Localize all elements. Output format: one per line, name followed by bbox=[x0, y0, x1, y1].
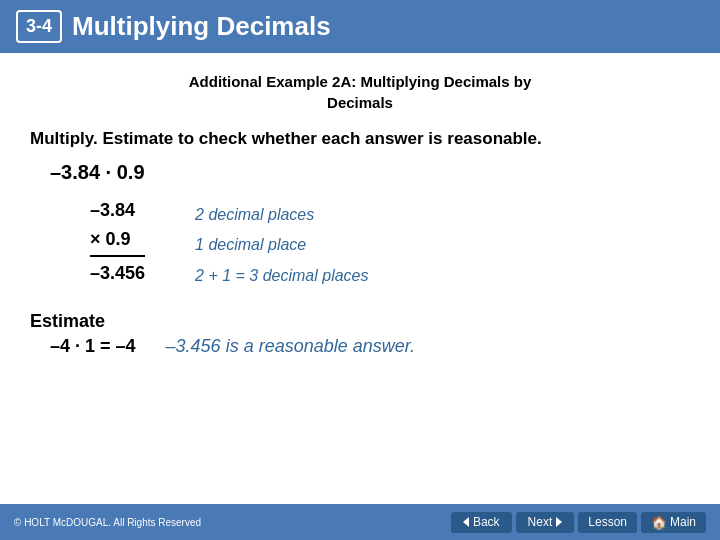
estimate-result: –3.456 is a reasonable answer. bbox=[166, 336, 416, 357]
calc-numbers: –3.84 × 0.9 –3.456 bbox=[90, 196, 145, 288]
calc-note2: 1 decimal place bbox=[195, 230, 368, 260]
calculation-area: –3.84 × 0.9 –3.456 2 decimal places 1 de… bbox=[90, 196, 690, 291]
estimate-row: –4 · 1 = –4 –3.456 is a reasonable answe… bbox=[50, 336, 690, 357]
subtitle-box: Additional Example 2A: Multiplying Decim… bbox=[30, 71, 690, 113]
subtitle-line1: Additional Example 2A: Multiplying Decim… bbox=[189, 73, 532, 90]
back-label: Back bbox=[473, 515, 500, 529]
footer-copyright: © HOLT McDOUGAL. All Rights Reserved bbox=[14, 517, 201, 528]
lesson-button[interactable]: Lesson bbox=[578, 512, 637, 533]
next-button[interactable]: Next bbox=[516, 512, 575, 533]
calc-num2: × 0.9 bbox=[90, 225, 145, 254]
footer-nav: Back Next Lesson 🏠 Main bbox=[451, 512, 706, 533]
estimate-section: Estimate –4 · 1 = –4 –3.456 is a reasona… bbox=[30, 311, 690, 357]
header-title: Multiplying Decimals bbox=[72, 11, 331, 42]
main-content: Additional Example 2A: Multiplying Decim… bbox=[0, 53, 720, 367]
problem-header: –3.84 · 0.9 bbox=[50, 161, 690, 184]
instruction-text: Multiply. Estimate to check whether each… bbox=[30, 127, 690, 151]
subtitle-line2: Decimals bbox=[327, 94, 393, 111]
calc-notes: 2 decimal places 1 decimal place 2 + 1 =… bbox=[195, 200, 368, 291]
calc-result: –3.456 bbox=[90, 255, 145, 288]
back-button[interactable]: Back bbox=[451, 512, 512, 533]
main-label: Main bbox=[670, 515, 696, 529]
calc-note3: 2 + 1 = 3 decimal places bbox=[195, 261, 368, 291]
header: 3-4 Multiplying Decimals bbox=[0, 0, 720, 53]
back-arrow-icon bbox=[463, 517, 469, 527]
calc-note1: 2 decimal places bbox=[195, 200, 368, 230]
calc-num1: –3.84 bbox=[90, 196, 145, 225]
header-badge: 3-4 bbox=[16, 10, 62, 43]
next-arrow-icon bbox=[556, 517, 562, 527]
footer: © HOLT McDOUGAL. All Rights Reserved Bac… bbox=[0, 504, 720, 540]
main-button[interactable]: 🏠 Main bbox=[641, 512, 706, 533]
estimate-expression: –4 · 1 = –4 bbox=[50, 336, 136, 357]
home-icon: 🏠 bbox=[651, 515, 667, 530]
estimate-label: Estimate bbox=[30, 311, 690, 332]
next-label: Next bbox=[528, 515, 553, 529]
